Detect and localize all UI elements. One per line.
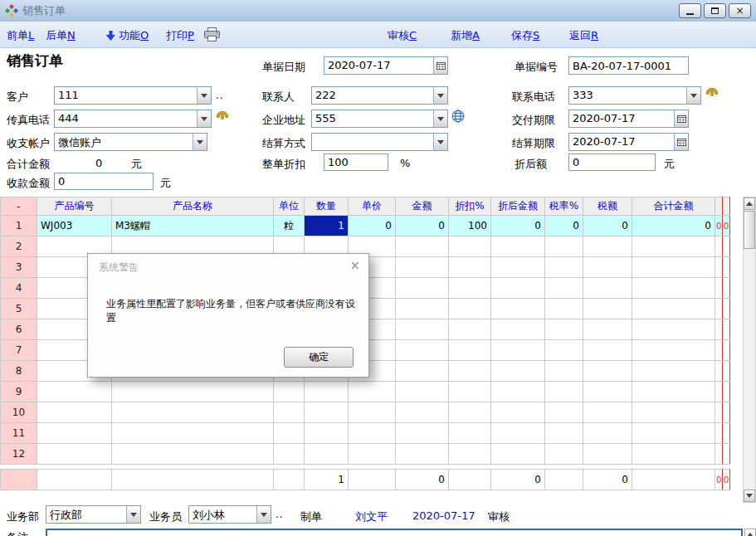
table-row[interactable]: 10	[1, 402, 730, 423]
functions-button[interactable]: 功能O	[119, 28, 149, 43]
row-selector[interactable]: 7	[1, 340, 37, 361]
chevron-down-icon[interactable]	[193, 134, 207, 150]
grid-cell[interactable]: 0	[491, 216, 545, 236]
table-row[interactable]: 1WJ003M3螺帽粒100100000000	[1, 216, 730, 236]
grid-cell[interactable]	[449, 257, 491, 278]
grid-cell[interactable]	[349, 444, 396, 465]
grid-cell[interactable]	[632, 423, 715, 444]
column-header[interactable]: -	[1, 197, 37, 216]
grid-cell[interactable]	[449, 340, 491, 361]
chevron-down-icon[interactable]	[433, 134, 447, 150]
settle-method-select[interactable]	[311, 133, 448, 151]
grid-cell[interactable]	[545, 319, 583, 340]
delivery-date-field[interactable]: 2020-07-17	[568, 110, 689, 128]
grid-cell[interactable]	[449, 402, 491, 423]
grid-cell[interactable]	[491, 257, 545, 278]
row-selector[interactable]: 10	[1, 402, 37, 423]
new-button[interactable]: 新增A	[451, 28, 480, 43]
grid-cell[interactable]	[723, 340, 730, 361]
account-select[interactable]: 微信账户	[54, 133, 207, 151]
grid-cell[interactable]	[632, 299, 715, 319]
grid-cell[interactable]	[545, 382, 583, 402]
scrollbar-thumb[interactable]	[744, 211, 755, 249]
grid-cell[interactable]	[545, 278, 583, 299]
chevron-down-icon[interactable]	[197, 87, 211, 104]
grid-cell[interactable]	[632, 257, 715, 278]
grid-cell[interactable]	[632, 361, 715, 382]
grid-cell[interactable]	[491, 299, 545, 319]
grid-cell[interactable]	[491, 278, 545, 299]
chevron-down-icon[interactable]	[433, 87, 447, 104]
grid-cell[interactable]	[715, 402, 723, 423]
calendar-icon[interactable]	[674, 134, 688, 150]
grid-cell[interactable]	[37, 444, 112, 465]
grid-cell[interactable]	[449, 319, 491, 340]
grid-cell[interactable]	[349, 382, 396, 402]
scroll-up-icon[interactable]	[744, 197, 755, 210]
table-row[interactable]: 12	[1, 444, 730, 465]
row-selector[interactable]: 8	[1, 361, 37, 382]
grid-cell[interactable]	[396, 361, 449, 382]
grid-cell[interactable]	[396, 236, 449, 257]
grid-cell[interactable]: WJ003	[37, 216, 112, 236]
grid-cell[interactable]	[723, 444, 730, 465]
grid-cell[interactable]	[274, 444, 305, 465]
grid-cell[interactable]	[632, 382, 715, 402]
grid-cell[interactable]	[723, 236, 730, 257]
phone-select[interactable]: 333	[568, 86, 701, 105]
grid-cell[interactable]	[583, 257, 632, 278]
grid-cell[interactable]	[274, 423, 305, 444]
grid-cell[interactable]	[715, 236, 723, 257]
grid-cell[interactable]	[491, 340, 545, 361]
minimize-button[interactable]	[679, 3, 701, 18]
grid-cell[interactable]	[112, 402, 274, 423]
grid-cell[interactable]	[632, 319, 715, 340]
table-row[interactable]: 11	[1, 423, 730, 444]
grid-cell[interactable]	[632, 236, 715, 257]
grid-cell[interactable]	[715, 382, 723, 402]
grid-cell[interactable]	[715, 299, 723, 319]
grid-cell[interactable]	[545, 257, 583, 278]
row-selector[interactable]: 12	[1, 444, 37, 465]
grid-cell[interactable]	[449, 361, 491, 382]
row-selector[interactable]: 11	[1, 423, 37, 444]
grid-cell[interactable]	[545, 299, 583, 319]
grid-cell[interactable]	[274, 402, 305, 423]
grid-cell[interactable]	[715, 257, 723, 278]
salesman-browse-button[interactable]: ..	[276, 509, 284, 520]
grid-cell[interactable]	[449, 444, 491, 465]
grid-vertical-scrollbar[interactable]	[743, 197, 756, 503]
prev-order-button[interactable]: 前单L	[7, 28, 34, 43]
phone-icon[interactable]	[215, 108, 230, 124]
next-order-button[interactable]: 后单N	[46, 28, 76, 43]
row-selector[interactable]: 2	[1, 236, 37, 257]
grid-cell[interactable]	[349, 423, 396, 444]
grid-cell[interactable]	[305, 444, 349, 465]
chevron-down-icon[interactable]	[686, 87, 700, 104]
save-button[interactable]: 保存S	[511, 28, 539, 43]
contact-select[interactable]: 222	[311, 86, 448, 105]
grid-cell[interactable]	[715, 444, 723, 465]
grid-cell[interactable]: 1	[305, 216, 349, 236]
grid-cell[interactable]: 0	[583, 216, 632, 236]
grid-cell[interactable]	[449, 236, 491, 257]
remark-input[interactable]	[46, 529, 743, 536]
grid-cell[interactable]	[723, 278, 730, 299]
grid-cell[interactable]	[491, 444, 545, 465]
column-header[interactable]	[715, 197, 723, 216]
column-header[interactable]: 税额	[583, 197, 632, 216]
grid-cell[interactable]: 0	[545, 216, 583, 236]
grid-cell[interactable]: 0	[715, 216, 723, 236]
column-header[interactable]	[723, 197, 730, 216]
column-header[interactable]: 单位	[274, 197, 305, 216]
order-discount-input[interactable]	[324, 153, 388, 171]
grid-cell[interactable]	[715, 340, 723, 361]
grid-cell[interactable]	[449, 299, 491, 319]
column-header[interactable]: 数量	[305, 197, 349, 216]
remark-scroll-up-icon[interactable]	[744, 529, 756, 536]
column-header[interactable]: 折扣%	[449, 197, 491, 216]
grid-cell[interactable]	[583, 319, 632, 340]
after-discount-input[interactable]	[568, 153, 656, 171]
grid-cell[interactable]	[305, 423, 349, 444]
grid-cell[interactable]	[545, 402, 583, 423]
